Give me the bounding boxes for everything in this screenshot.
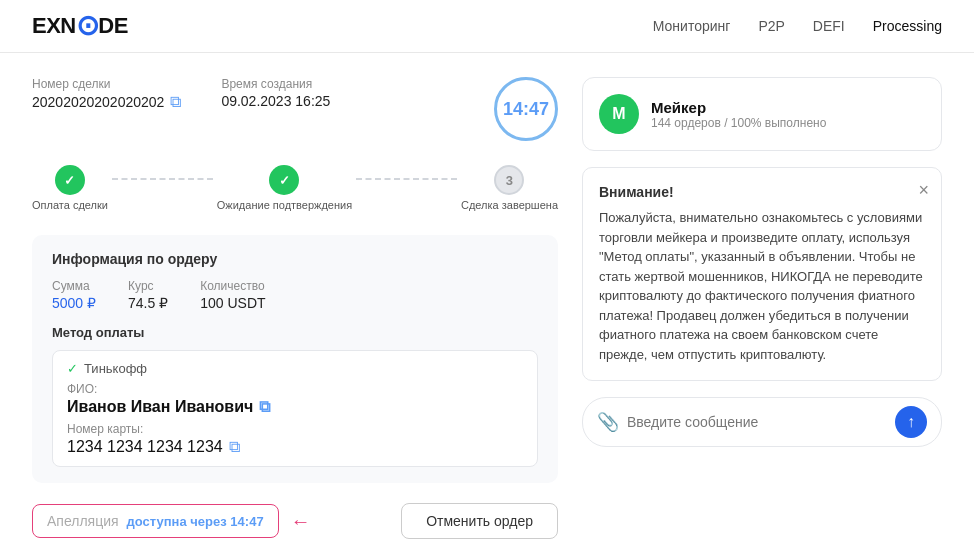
appeal-info: доступна через 14:47	[127, 514, 264, 529]
left-panel: Номер сделки 20202020202020202 ⧉ Время с…	[32, 77, 558, 539]
order-rate-value: 74.5 ₽	[128, 295, 168, 311]
warning-close-button[interactable]: ×	[918, 180, 929, 201]
check-icon: ✓	[67, 361, 78, 376]
maker-info: Мейкер 144 ордеров / 100% выполнено	[651, 99, 826, 130]
right-panel: М Мейкер 144 ордеров / 100% выполнено × …	[582, 77, 942, 539]
step-1: ✓ Оплата сделки	[32, 165, 108, 211]
order-sum-label: Сумма	[52, 279, 96, 293]
order-sum: Сумма 5000 ₽	[52, 279, 96, 311]
order-card: Информация по ордеру Сумма 5000 ₽ Курс 7…	[32, 235, 558, 483]
step-3-label: Сделка завершена	[461, 199, 558, 211]
timer-circle: 14:47	[494, 77, 558, 141]
logo-dot: ⊙	[76, 12, 99, 40]
chat-input[interactable]	[627, 414, 887, 430]
deal-header: Номер сделки 20202020202020202 ⧉ Время с…	[32, 77, 558, 141]
attach-icon[interactable]: 📎	[597, 411, 619, 433]
order-qty-label: Количество	[200, 279, 265, 293]
maker-card: М Мейкер 144 ордеров / 100% выполнено	[582, 77, 942, 151]
step-2: ✓ Ожидание подтверждения	[217, 165, 352, 211]
step-3: 3 Сделка завершена	[461, 165, 558, 211]
steps-indicator: ✓ Оплата сделки ✓ Ожидание подтверждения…	[32, 165, 558, 211]
order-rate-label: Курс	[128, 279, 168, 293]
copy-name-icon[interactable]: ⧉	[259, 398, 270, 416]
warning-box: × Внимание! Пожалуйста, внимательно озна…	[582, 167, 942, 381]
deal-number-field: Номер сделки 20202020202020202 ⧉	[32, 77, 181, 111]
step-line-2	[356, 178, 457, 180]
step-1-label: Оплата сделки	[32, 199, 108, 211]
nav-p2p[interactable]: P2P	[758, 18, 784, 34]
maker-avatar: М	[599, 94, 639, 134]
step-1-circle: ✓	[55, 165, 85, 195]
chat-input-row: 📎 ↑	[582, 397, 942, 447]
step-2-label: Ожидание подтверждения	[217, 199, 352, 211]
step-3-circle: 3	[494, 165, 524, 195]
arrow-icon: ←	[291, 510, 311, 533]
warning-text: Пожалуйста, внимательно ознакомьтесь с у…	[599, 208, 925, 364]
main-nav: Мониторинг P2P DEFI Processing	[653, 18, 942, 34]
appeal-timer: 14:47	[230, 514, 263, 529]
order-fields: Сумма 5000 ₽ Курс 74.5 ₽ Количество 100 …	[52, 279, 538, 311]
order-qty-value: 100 USDT	[200, 295, 265, 311]
deal-number-value: 20202020202020202 ⧉	[32, 93, 181, 111]
cancel-order-button[interactable]: Отменить ордер	[401, 503, 558, 539]
payment-bank-card: ✓ Тинькофф ФИО: Иванов Иван Иванович ⧉ Н…	[52, 350, 538, 467]
person-name: Иванов Иван Иванович ⧉	[67, 398, 523, 416]
bottom-actions: Апелляция доступна через 14:47 ← Отменит…	[32, 503, 558, 539]
header: EXN⊙DE Мониторинг P2P DEFI Processing	[0, 0, 974, 53]
deal-time-value: 09.02.2023 16:25	[221, 93, 330, 109]
payment-row: ✓ Тинькофф ФИО: Иванов Иван Иванович ⧉ Н…	[52, 350, 538, 467]
deal-number-label: Номер сделки	[32, 77, 181, 91]
deal-time-field: Время создания 09.02.2023 16:25	[221, 77, 330, 109]
deal-time-label: Время создания	[221, 77, 330, 91]
order-card-title: Информация по ордеру	[52, 251, 538, 267]
warning-title: Внимание!	[599, 184, 925, 200]
copy-card-icon[interactable]: ⧉	[229, 438, 240, 456]
card-label: Номер карты:	[67, 422, 523, 436]
copy-number-icon[interactable]: ⧉	[170, 93, 181, 111]
nav-defi[interactable]: DEFI	[813, 18, 845, 34]
card-number: 1234 1234 1234 1234 ⧉	[67, 438, 523, 456]
send-button[interactable]: ↑	[895, 406, 927, 438]
maker-stats: 144 ордеров / 100% выполнено	[651, 116, 826, 130]
step-2-circle: ✓	[269, 165, 299, 195]
person-label: ФИО:	[67, 382, 523, 396]
nav-monitoring[interactable]: Мониторинг	[653, 18, 731, 34]
order-sum-value: 5000 ₽	[52, 295, 96, 311]
main-content: Номер сделки 20202020202020202 ⧉ Время с…	[0, 53, 974, 543]
appeal-box: Апелляция доступна через 14:47	[32, 504, 279, 538]
appeal-button[interactable]: Апелляция	[47, 513, 119, 529]
order-qty: Количество 100 USDT	[200, 279, 265, 311]
payment-method-title: Метод оплаты	[52, 325, 538, 340]
step-line-1	[112, 178, 213, 180]
bank-name: ✓ Тинькофф	[67, 361, 523, 376]
logo: EXN⊙DE	[32, 12, 128, 40]
maker-name: Мейкер	[651, 99, 826, 116]
nav-processing[interactable]: Processing	[873, 18, 942, 34]
order-rate: Курс 74.5 ₽	[128, 279, 168, 311]
